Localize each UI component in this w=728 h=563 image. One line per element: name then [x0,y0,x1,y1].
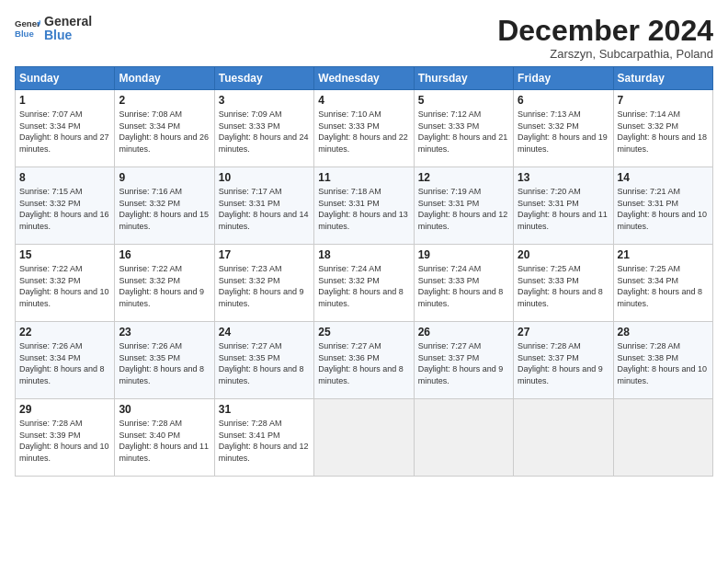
calendar-cell [414,399,513,477]
calendar-cell: 29 Sunrise: 7:28 AM Sunset: 3:39 PM Dayl… [16,399,115,477]
calendar-cell: 18 Sunrise: 7:24 AM Sunset: 3:32 PM Dayl… [314,245,414,322]
calendar-cell: 9 Sunrise: 7:16 AM Sunset: 3:32 PM Dayli… [115,167,214,245]
day-info: Sunrise: 7:25 AM Sunset: 3:33 PM Dayligh… [518,263,609,309]
calendar-cell: 13 Sunrise: 7:20 AM Sunset: 3:31 PM Dayl… [514,167,613,245]
day-number: 13 [518,171,609,184]
day-number: 23 [119,326,210,339]
day-info: Sunrise: 7:07 AM Sunset: 3:34 PM Dayligh… [19,109,110,155]
calendar-cell: 16 Sunrise: 7:22 AM Sunset: 3:32 PM Dayl… [115,245,214,322]
day-info: Sunrise: 7:28 AM Sunset: 3:37 PM Dayligh… [518,340,609,386]
day-number: 1 [19,94,110,107]
calendar-cell: 3 Sunrise: 7:09 AM Sunset: 3:33 PM Dayli… [214,90,313,167]
calendar-cell: 11 Sunrise: 7:18 AM Sunset: 3:31 PM Dayl… [314,167,414,245]
logo-general: General [44,15,92,29]
calendar-cell: 17 Sunrise: 7:23 AM Sunset: 3:32 PM Dayl… [214,245,313,322]
header-tuesday: Tuesday [214,67,313,90]
calendar-week-4: 29 Sunrise: 7:28 AM Sunset: 3:39 PM Dayl… [16,399,713,477]
day-number: 19 [418,248,509,261]
calendar-cell: 22 Sunrise: 7:26 AM Sunset: 3:34 PM Dayl… [16,322,115,399]
calendar-cell: 14 Sunrise: 7:21 AM Sunset: 3:31 PM Dayl… [613,167,712,245]
day-number: 30 [119,403,210,416]
day-info: Sunrise: 7:20 AM Sunset: 3:31 PM Dayligh… [518,186,609,232]
day-info: Sunrise: 7:18 AM Sunset: 3:31 PM Dayligh… [318,186,409,232]
title-block: December 2024 Zarszyn, Subcarpathia, Pol… [497,15,713,61]
day-number: 16 [119,248,210,261]
day-number: 15 [19,248,110,261]
calendar-cell: 5 Sunrise: 7:12 AM Sunset: 3:33 PM Dayli… [414,90,513,167]
month-title: December 2024 [497,15,713,47]
calendar-cell: 27 Sunrise: 7:28 AM Sunset: 3:37 PM Dayl… [514,322,613,399]
day-number: 9 [119,171,210,184]
day-info: Sunrise: 7:27 AM Sunset: 3:36 PM Dayligh… [318,340,409,386]
logo: General Blue General Blue [15,15,92,43]
calendar-week-3: 22 Sunrise: 7:26 AM Sunset: 3:34 PM Dayl… [16,322,713,399]
weekday-header-row: Sunday Monday Tuesday Wednesday Thursday… [16,67,713,90]
day-info: Sunrise: 7:16 AM Sunset: 3:32 PM Dayligh… [119,186,210,232]
subtitle: Zarszyn, Subcarpathia, Poland [497,47,713,61]
calendar-cell: 21 Sunrise: 7:25 AM Sunset: 3:34 PM Dayl… [613,245,712,322]
day-number: 7 [618,94,709,107]
day-number: 28 [618,326,709,339]
day-info: Sunrise: 7:28 AM Sunset: 3:39 PM Dayligh… [19,418,110,464]
day-info: Sunrise: 7:25 AM Sunset: 3:34 PM Dayligh… [618,263,709,309]
header-thursday: Thursday [414,67,513,90]
day-number: 3 [219,94,310,107]
calendar-cell: 6 Sunrise: 7:13 AM Sunset: 3:32 PM Dayli… [514,90,613,167]
svg-text:Blue: Blue [15,29,34,39]
day-info: Sunrise: 7:14 AM Sunset: 3:32 PM Dayligh… [618,109,709,155]
day-info: Sunrise: 7:08 AM Sunset: 3:34 PM Dayligh… [119,109,210,155]
calendar-cell: 4 Sunrise: 7:10 AM Sunset: 3:33 PM Dayli… [314,90,414,167]
calendar-cell: 31 Sunrise: 7:28 AM Sunset: 3:41 PM Dayl… [214,399,313,477]
calendar-cell: 23 Sunrise: 7:26 AM Sunset: 3:35 PM Dayl… [115,322,214,399]
day-number: 29 [19,403,110,416]
day-number: 22 [19,326,110,339]
day-info: Sunrise: 7:09 AM Sunset: 3:33 PM Dayligh… [219,109,310,155]
day-info: Sunrise: 7:10 AM Sunset: 3:33 PM Dayligh… [318,109,409,155]
day-info: Sunrise: 7:26 AM Sunset: 3:34 PM Dayligh… [19,340,110,386]
day-number: 4 [318,94,409,107]
calendar-cell: 19 Sunrise: 7:24 AM Sunset: 3:33 PM Dayl… [414,245,513,322]
day-number: 2 [119,94,210,107]
header-row: General Blue General Blue December 2024 … [15,15,713,61]
day-info: Sunrise: 7:27 AM Sunset: 3:37 PM Dayligh… [418,340,509,386]
day-info: Sunrise: 7:28 AM Sunset: 3:38 PM Dayligh… [618,340,709,386]
calendar-cell [613,399,712,477]
day-info: Sunrise: 7:22 AM Sunset: 3:32 PM Dayligh… [19,263,110,309]
day-number: 21 [618,248,709,261]
calendar-cell: 2 Sunrise: 7:08 AM Sunset: 3:34 PM Dayli… [115,90,214,167]
calendar-table: Sunday Monday Tuesday Wednesday Thursday… [15,66,713,477]
day-info: Sunrise: 7:13 AM Sunset: 3:32 PM Dayligh… [518,109,609,155]
calendar-cell [514,399,613,477]
day-info: Sunrise: 7:15 AM Sunset: 3:32 PM Dayligh… [19,186,110,232]
day-number: 31 [219,403,310,416]
day-number: 26 [418,326,509,339]
logo-blue: Blue [44,29,92,42]
day-number: 10 [219,171,310,184]
page-container: General Blue General Blue December 2024 … [0,0,728,486]
day-number: 8 [19,171,110,184]
day-number: 25 [318,326,409,339]
calendar-cell: 24 Sunrise: 7:27 AM Sunset: 3:35 PM Dayl… [214,322,313,399]
header-wednesday: Wednesday [314,67,414,90]
day-info: Sunrise: 7:26 AM Sunset: 3:35 PM Dayligh… [119,340,210,386]
calendar-cell: 1 Sunrise: 7:07 AM Sunset: 3:34 PM Dayli… [16,90,115,167]
day-info: Sunrise: 7:12 AM Sunset: 3:33 PM Dayligh… [418,109,509,155]
day-number: 18 [318,248,409,261]
day-number: 12 [418,171,509,184]
day-number: 6 [518,94,609,107]
calendar-cell: 25 Sunrise: 7:27 AM Sunset: 3:36 PM Dayl… [314,322,414,399]
calendar-cell: 20 Sunrise: 7:25 AM Sunset: 3:33 PM Dayl… [514,245,613,322]
calendar-cell: 26 Sunrise: 7:27 AM Sunset: 3:37 PM Dayl… [414,322,513,399]
header-saturday: Saturday [613,67,712,90]
svg-text:General: General [15,19,40,29]
calendar-week-0: 1 Sunrise: 7:07 AM Sunset: 3:34 PM Dayli… [16,90,713,167]
day-info: Sunrise: 7:17 AM Sunset: 3:31 PM Dayligh… [219,186,310,232]
day-number: 11 [318,171,409,184]
day-number: 27 [518,326,609,339]
header-monday: Monday [115,67,214,90]
day-info: Sunrise: 7:19 AM Sunset: 3:31 PM Dayligh… [418,186,509,232]
day-number: 5 [418,94,509,107]
header-sunday: Sunday [16,67,115,90]
calendar-cell: 7 Sunrise: 7:14 AM Sunset: 3:32 PM Dayli… [613,90,712,167]
day-info: Sunrise: 7:22 AM Sunset: 3:32 PM Dayligh… [119,263,210,309]
